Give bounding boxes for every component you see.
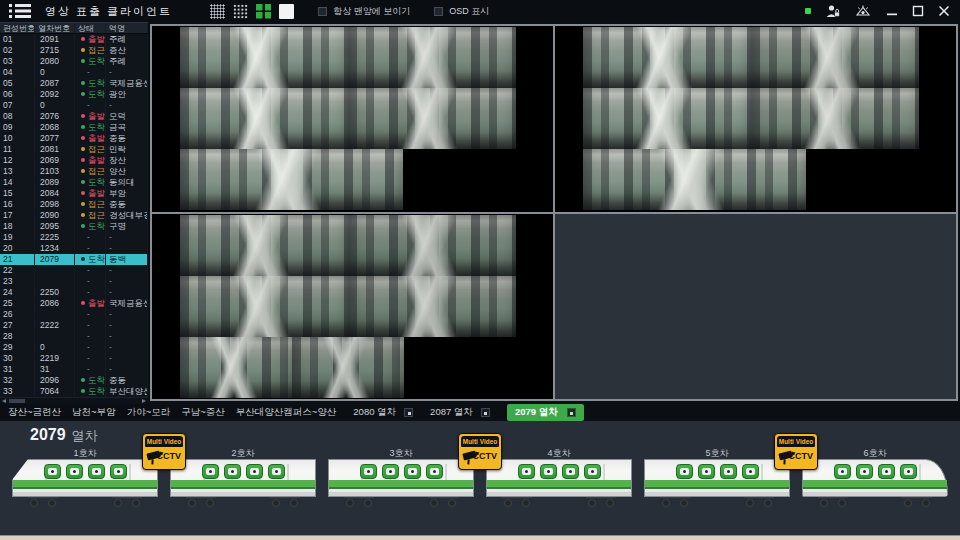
table-row[interactable]: 252086출발국제금융센	[0, 298, 148, 309]
table-row[interactable]: 032080도착주례	[0, 56, 148, 67]
camera-video-feed[interactable]	[583, 88, 751, 149]
train-car[interactable]: 4호차	[486, 447, 632, 506]
layout-grid-1x1-icon[interactable]	[279, 4, 294, 19]
layout-grid-2x2-icon[interactable]	[256, 4, 271, 19]
cctv-camera-icon[interactable]	[404, 464, 421, 479]
table-row[interactable]: 022715접근증산	[0, 45, 148, 56]
camera-video-feed[interactable]	[751, 27, 919, 88]
checkbox-box[interactable]	[434, 7, 443, 16]
osd-checkbox[interactable]: OSD 표시	[434, 5, 489, 18]
camera-video-feed[interactable]	[751, 88, 919, 149]
tab-route[interactable]: 남천~부암	[72, 406, 116, 419]
cctv-camera-icon[interactable]	[518, 464, 535, 479]
cctv-camera-icon[interactable]	[698, 464, 715, 479]
cctv-camera-icon[interactable]	[878, 464, 895, 479]
tab-route[interactable]: 장산~금련산	[8, 406, 61, 419]
train-car[interactable]: 6호차	[802, 447, 948, 506]
cctv-camera-icon[interactable]	[584, 464, 601, 479]
table-row[interactable]: 302219--	[0, 353, 148, 364]
table-row[interactable]: 162098접근중동	[0, 199, 148, 210]
cctv-camera-icon[interactable]	[382, 464, 399, 479]
cctv-camera-icon[interactable]	[44, 464, 61, 479]
cctv-camera-icon[interactable]	[202, 464, 219, 479]
table-row[interactable]: 122069출발장산	[0, 155, 148, 166]
cctv-camera-icon[interactable]	[900, 464, 917, 479]
table-row[interactable]: 3131--	[0, 364, 148, 375]
camera-video-feed[interactable]	[292, 337, 404, 398]
tab-route[interactable]: 구남~증산	[181, 406, 225, 419]
camera-video-feed[interactable]	[180, 337, 292, 398]
cctv-camera-icon[interactable]	[66, 464, 83, 479]
tab-close-icon[interactable]	[404, 408, 413, 417]
multi-video-cctv-badge[interactable]: Multi VideoCCTV	[458, 433, 502, 470]
tab-train[interactable]: 2080 열차	[353, 406, 413, 419]
cctv-camera-icon[interactable]	[742, 464, 759, 479]
camera-video-feed[interactable]	[180, 276, 348, 337]
tab-train[interactable]: 2087 열차	[430, 406, 490, 419]
table-row[interactable]: 012091출발주례	[0, 34, 148, 45]
cctv-camera-icon[interactable]	[540, 464, 557, 479]
table-row[interactable]: 192225--	[0, 232, 148, 243]
maximize-button[interactable]	[912, 5, 924, 17]
camera-video-feed[interactable]	[180, 215, 348, 276]
table-row[interactable]: 092068도착금곡	[0, 122, 148, 133]
always-on-top-checkbox[interactable]: 항상 맨앞에 보이기	[318, 5, 410, 18]
multi-video-cctv-badge[interactable]: Multi VideoCCTV	[774, 433, 818, 470]
close-button[interactable]	[938, 5, 950, 17]
train-car[interactable]: 1호차	[12, 447, 158, 506]
cctv-camera-icon[interactable]	[360, 464, 377, 479]
cctv-camera-icon[interactable]	[562, 464, 579, 479]
cctv-camera-icon[interactable]	[268, 464, 285, 479]
table-row[interactable]: 052087도착국제금융센	[0, 78, 148, 89]
table-horizontal-scrollbar[interactable]	[0, 397, 148, 404]
tab-close-icon[interactable]	[481, 408, 490, 417]
train-car[interactable]: 2호차	[170, 447, 316, 506]
table-row[interactable]: 182095도착구명	[0, 221, 148, 232]
cctv-camera-icon[interactable]	[856, 464, 873, 479]
table-row[interactable]: 242250--	[0, 287, 148, 298]
table-row[interactable]: 040--	[0, 67, 148, 78]
train-car[interactable]: 5호차	[644, 447, 790, 506]
camera-video-feed[interactable]	[348, 215, 516, 276]
table-row[interactable]: 337064도착부산대양산	[0, 386, 148, 397]
cctv-camera-icon[interactable]	[676, 464, 693, 479]
menu-list-icon[interactable]	[9, 4, 33, 18]
cctv-camera-icon[interactable]	[246, 464, 263, 479]
camera-video-feed[interactable]	[180, 149, 403, 210]
table-row[interactable]: 152084출발부암	[0, 188, 148, 199]
tab-route[interactable]: 가야~모라	[127, 406, 171, 419]
camera-video-feed[interactable]	[348, 88, 516, 149]
table-row[interactable]: 23--	[0, 276, 148, 287]
tab-close-icon[interactable]	[567, 408, 576, 417]
table-row[interactable]: 201234--	[0, 243, 148, 254]
camera-video-feed[interactable]	[180, 88, 348, 149]
table-row[interactable]: 26--	[0, 309, 148, 320]
cctv-camera-icon[interactable]	[720, 464, 737, 479]
table-row[interactable]: 132103접근양산	[0, 166, 148, 177]
camera-video-feed[interactable]	[583, 27, 751, 88]
scroll-left-arrow[interactable]	[2, 399, 6, 403]
camera-video-feed[interactable]	[348, 27, 516, 88]
table-row[interactable]: 082076출발모덕	[0, 111, 148, 122]
camera-video-feed[interactable]	[180, 27, 348, 88]
cctv-camera-icon[interactable]	[426, 464, 443, 479]
tab-route[interactable]: 부산대양산캠퍼스~양산	[236, 406, 337, 419]
scroll-right-arrow[interactable]	[142, 399, 146, 403]
cctv-camera-icon[interactable]	[834, 464, 851, 479]
table-row[interactable]: 22--	[0, 265, 148, 276]
table-row[interactable]: 070--	[0, 100, 148, 111]
camera-video-feed[interactable]	[348, 276, 516, 337]
scrollbar-thumb[interactable]	[9, 399, 25, 403]
cctv-camera-icon[interactable]	[88, 464, 105, 479]
layout-grid-6x6-icon[interactable]	[210, 4, 225, 19]
table-row[interactable]: 112081접근민락	[0, 144, 148, 155]
table-row[interactable]: 290--	[0, 342, 148, 353]
checkbox-box[interactable]	[318, 7, 327, 16]
table-row[interactable]: 212079도착동백	[0, 254, 148, 265]
tab-train-active[interactable]: 2079 열차	[507, 404, 584, 421]
table-row[interactable]: 172090접근경성대부경	[0, 210, 148, 221]
user-icon[interactable]	[825, 4, 840, 18]
table-row[interactable]: 28--	[0, 331, 148, 342]
cctv-camera-icon[interactable]	[110, 464, 127, 479]
cctv-camera-icon[interactable]	[224, 464, 241, 479]
